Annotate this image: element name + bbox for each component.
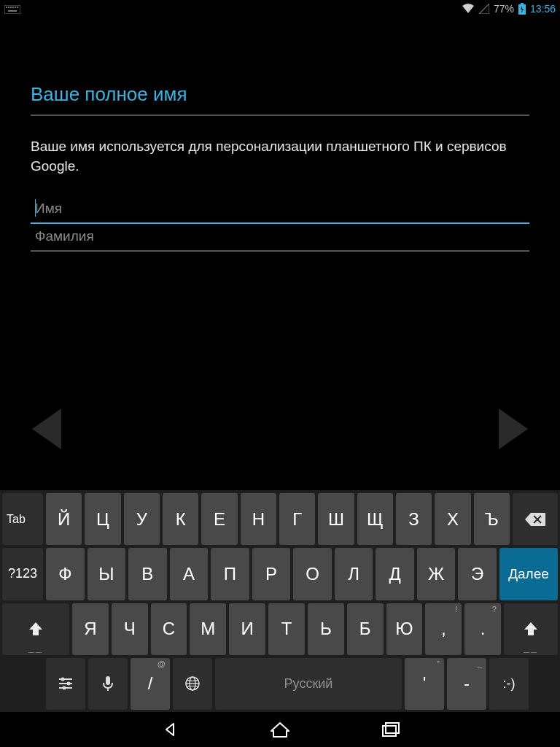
svg-rect-7: [8, 10, 17, 12]
key-letter[interactable]: Н: [241, 493, 276, 545]
svg-rect-19: [386, 723, 399, 733]
key-letter[interactable]: Ь: [308, 603, 344, 655]
clock: 13:56: [530, 3, 556, 15]
key-letter[interactable]: Ш: [318, 493, 354, 545]
key-dash[interactable]: _-: [447, 658, 486, 710]
first-name-field[interactable]: [31, 196, 529, 224]
key-quote[interactable]: "': [405, 658, 444, 710]
svg-rect-5: [15, 7, 16, 8]
key-space[interactable]: Русский: [215, 658, 402, 710]
key-letter[interactable]: Ч: [112, 603, 148, 655]
on-screen-keyboard: Tab Й Ц У К Е Н Г Ш Щ З Х Ъ ?123 Ф Ы В А…: [0, 490, 560, 712]
system-nav-bar: [0, 712, 560, 747]
key-emoji[interactable]: :-): [489, 658, 529, 710]
svg-rect-13: [106, 676, 110, 685]
key-shift-left[interactable]: __: [2, 603, 69, 655]
key-letter[interactable]: А: [170, 548, 209, 600]
last-name-field[interactable]: [31, 224, 529, 252]
status-bar: 77% 13:56: [0, 0, 560, 18]
wifi-icon: [462, 4, 475, 14]
key-symbols[interactable]: ?123: [2, 548, 43, 600]
key-letter[interactable]: Ъ: [474, 493, 510, 545]
key-letter[interactable]: Щ: [357, 493, 393, 545]
key-backspace[interactable]: [513, 493, 558, 545]
key-letter[interactable]: Ю: [386, 603, 423, 655]
svg-rect-0: [4, 5, 20, 14]
svg-point-10: [61, 678, 65, 681]
svg-rect-6: [17, 7, 18, 8]
key-slash[interactable]: @/: [131, 658, 170, 710]
key-letter[interactable]: Л: [335, 548, 373, 600]
svg-rect-3: [10, 7, 12, 8]
key-letter[interactable]: С: [151, 603, 187, 655]
key-period[interactable]: ?.: [464, 603, 501, 655]
nav-home-button[interactable]: [268, 718, 292, 741]
key-voice[interactable]: [88, 658, 128, 710]
setup-form: Ваше полное имя Ваше имя используется дл…: [0, 18, 560, 252]
battery-charging-icon: [518, 3, 526, 15]
battery-percent: 77%: [494, 3, 514, 15]
key-letter[interactable]: О: [293, 548, 332, 600]
svg-rect-8: [521, 3, 524, 4]
key-letter[interactable]: В: [128, 548, 167, 600]
key-letter[interactable]: Г: [279, 493, 315, 545]
key-letter[interactable]: Б: [347, 603, 384, 655]
nav-recent-button[interactable]: [379, 718, 402, 741]
key-letter[interactable]: И: [229, 603, 265, 655]
key-letter[interactable]: Ц: [85, 493, 120, 545]
svg-rect-4: [12, 7, 14, 8]
key-letter[interactable]: Ф: [46, 548, 85, 600]
svg-rect-18: [383, 726, 396, 736]
page-title: Ваше полное имя: [31, 83, 529, 106]
nav-back-button[interactable]: [158, 718, 181, 741]
key-letter[interactable]: У: [124, 493, 160, 545]
key-letter[interactable]: Э: [458, 548, 497, 600]
key-letter[interactable]: З: [396, 493, 432, 545]
description: Ваше имя используется для персонализации…: [31, 136, 529, 176]
key-letter[interactable]: М: [190, 603, 226, 655]
key-letter[interactable]: Д: [376, 548, 414, 600]
svg-rect-2: [8, 7, 9, 8]
key-letter[interactable]: Й: [46, 493, 82, 545]
key-letter[interactable]: Я: [72, 603, 109, 655]
keyboard-indicator-icon: [4, 4, 20, 13]
key-letter[interactable]: Т: [268, 603, 305, 655]
key-language[interactable]: [173, 658, 212, 710]
key-letter[interactable]: П: [211, 548, 249, 600]
key-tab[interactable]: Tab: [2, 493, 43, 545]
svg-point-11: [67, 682, 71, 686]
key-letter[interactable]: Е: [201, 493, 237, 545]
key-letter[interactable]: Х: [435, 493, 470, 545]
key-letter[interactable]: Ы: [88, 548, 126, 600]
svg-rect-1: [6, 7, 7, 8]
key-settings[interactable]: [46, 658, 85, 710]
key-letter[interactable]: Р: [252, 548, 291, 600]
key-letter[interactable]: К: [163, 493, 198, 545]
forward-arrow-button[interactable]: [499, 409, 528, 449]
title-divider: [31, 115, 529, 116]
key-shift-right[interactable]: __: [504, 603, 558, 655]
cell-signal-icon: [479, 4, 489, 14]
key-next[interactable]: Далее: [499, 548, 558, 600]
key-comma[interactable]: !,: [425, 603, 462, 655]
svg-point-12: [63, 686, 66, 690]
back-arrow-button[interactable]: [32, 409, 61, 449]
key-letter[interactable]: Ж: [417, 548, 456, 600]
